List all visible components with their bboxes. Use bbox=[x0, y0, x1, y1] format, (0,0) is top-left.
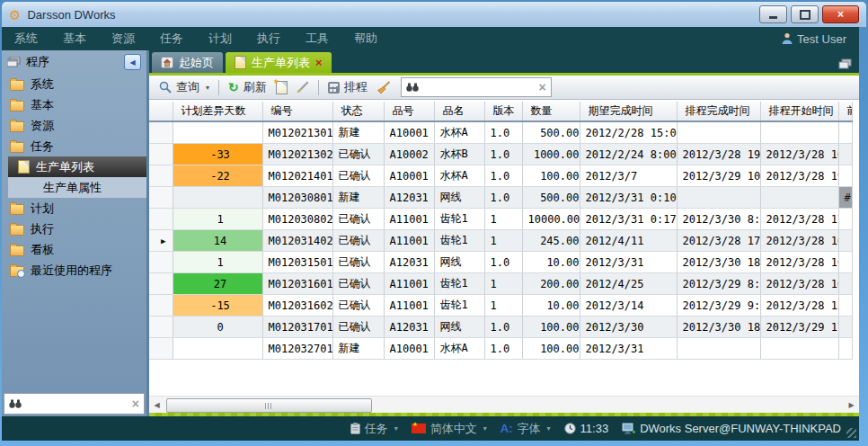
table-cell[interactable]: 新建 bbox=[332, 121, 384, 144]
refresh-button[interactable]: ↻ 刷新 bbox=[224, 77, 271, 97]
table-cell[interactable]: M012030802 bbox=[262, 209, 332, 230]
table-cell[interactable] bbox=[760, 121, 838, 144]
menu-item[interactable]: 任务 bbox=[147, 31, 196, 47]
table-cell[interactable] bbox=[838, 209, 852, 230]
scrollbar-track[interactable] bbox=[164, 397, 844, 413]
table-cell[interactable]: 10.00 bbox=[522, 252, 580, 273]
table-row[interactable]: M012032701新建A10001水杯A1.0100.002012/3/31 bbox=[149, 338, 852, 360]
table-cell[interactable]: 2012/3/28 17:13 bbox=[760, 209, 838, 230]
sidebar-item[interactable]: 最近使用的程序 bbox=[2, 260, 146, 281]
resize-grip[interactable] bbox=[846, 428, 856, 438]
table-cell[interactable]: 2012/3/7 bbox=[580, 165, 677, 187]
sidebar-item[interactable]: 看板 bbox=[2, 239, 146, 260]
sidebar-item[interactable]: 生产单属性 bbox=[8, 177, 146, 198]
sidebar-search-box[interactable]: × bbox=[4, 393, 145, 415]
sidebar-collapse-button[interactable]: ◀ bbox=[124, 54, 141, 70]
table-cell[interactable]: 水杯B bbox=[434, 144, 484, 165]
tab-start-page[interactable]: 起始页 bbox=[152, 52, 223, 73]
column-header[interactable]: 计划差异天数 bbox=[173, 102, 262, 121]
column-header[interactable]: 前 bbox=[838, 102, 852, 121]
row-selector[interactable] bbox=[149, 295, 173, 317]
table-cell[interactable]: 1.0 bbox=[484, 165, 522, 187]
task-status-button[interactable]: 任务 ▾ bbox=[350, 421, 398, 437]
table-cell[interactable]: 100.00 bbox=[522, 317, 580, 338]
table-cell[interactable]: 2012/3/29 17:46 bbox=[760, 317, 838, 338]
close-button[interactable]: × bbox=[822, 5, 859, 23]
table-cell[interactable]: M012031602 bbox=[262, 295, 332, 317]
table-cell[interactable]: 齿轮1 bbox=[434, 209, 484, 230]
table-cell[interactable]: 水杯A bbox=[434, 165, 484, 187]
menu-item[interactable]: 执行 bbox=[244, 31, 293, 47]
table-cell[interactable]: 500.00 bbox=[522, 187, 580, 209]
scroll-left-button[interactable]: ◀ bbox=[149, 397, 164, 413]
column-header[interactable]: 品名 bbox=[434, 102, 484, 121]
tab-close-icon[interactable]: × bbox=[315, 57, 323, 68]
menu-item[interactable]: 系统 bbox=[2, 31, 50, 47]
table-cell[interactable]: # bbox=[838, 187, 852, 209]
table-cell[interactable]: 2012/3/28 19:10 bbox=[677, 144, 760, 165]
table-cell[interactable] bbox=[838, 230, 852, 252]
plan-diff-cell[interactable]: 14 bbox=[173, 230, 262, 252]
table-cell[interactable]: M012030801 bbox=[262, 187, 332, 209]
table-cell[interactable]: 1.0 bbox=[484, 252, 522, 273]
table-row[interactable]: ▶14M012031402已确认A11001齿轮11245.002012/4/1… bbox=[149, 230, 852, 252]
table-cell[interactable]: 1.0 bbox=[484, 121, 522, 144]
table-cell[interactable]: 2012/3/28 10:52 bbox=[760, 252, 838, 273]
font-button[interactable]: A: 字体 ▾ bbox=[500, 421, 551, 437]
table-cell[interactable]: 2012/2/24 8:00 bbox=[580, 144, 677, 165]
table-row[interactable]: -33M012021302已确认A10002水杯B1.01000.002012/… bbox=[149, 144, 852, 165]
row-selector[interactable] bbox=[149, 121, 173, 144]
table-cell[interactable]: 水杯A bbox=[434, 338, 484, 360]
sidebar-search-input[interactable] bbox=[25, 396, 128, 412]
menu-item[interactable]: 资源 bbox=[99, 31, 147, 47]
menu-item[interactable]: 基本 bbox=[50, 31, 99, 47]
table-row[interactable]: 0M012031701已确认A12031网线1.0100.002012/3/30… bbox=[149, 317, 852, 338]
sidebar-item[interactable]: 计划 bbox=[2, 198, 146, 219]
sidebar-item[interactable]: 资源 bbox=[2, 115, 146, 136]
table-cell[interactable]: A12031 bbox=[384, 252, 434, 273]
table-cell[interactable]: 网线 bbox=[434, 317, 484, 338]
table-cell[interactable]: 已确认 bbox=[332, 252, 384, 273]
row-selector[interactable] bbox=[149, 317, 173, 338]
minimize-button[interactable] bbox=[759, 5, 787, 23]
table-cell[interactable]: 2012/3/14 bbox=[580, 295, 677, 317]
column-header[interactable]: 编号 bbox=[262, 102, 332, 121]
table-cell[interactable] bbox=[838, 121, 852, 144]
title-bar[interactable]: ⚙ Darsson DWorks × bbox=[2, 2, 866, 27]
plan-diff-cell[interactable]: 1 bbox=[173, 209, 262, 230]
sidebar-search-clear-icon[interactable]: × bbox=[132, 397, 139, 410]
table-cell[interactable] bbox=[838, 165, 852, 187]
table-row[interactable]: M012021301新建A10001水杯A1.0500.002012/2/28 … bbox=[149, 121, 852, 144]
table-cell[interactable]: M012031402 bbox=[262, 230, 332, 252]
table-cell[interactable]: 2012/3/28 10:52 bbox=[760, 230, 838, 252]
table-cell[interactable]: 10000.00 bbox=[522, 209, 580, 230]
plan-diff-cell[interactable] bbox=[173, 187, 262, 209]
query-button[interactable]: 查询 ▾ bbox=[155, 77, 214, 97]
toolbar-search-box[interactable]: × bbox=[401, 77, 552, 97]
table-cell[interactable]: 已确认 bbox=[332, 273, 384, 295]
table-cell[interactable]: M012021301 bbox=[262, 121, 332, 144]
plan-diff-cell[interactable]: -22 bbox=[173, 165, 262, 187]
toolbar-search-input[interactable] bbox=[422, 80, 536, 94]
new-button[interactable] bbox=[271, 77, 292, 97]
language-button[interactable]: 简体中文 ▾ bbox=[412, 421, 487, 437]
table-cell[interactable]: A11001 bbox=[384, 230, 434, 252]
table-cell[interactable]: 2012/3/31 bbox=[580, 252, 677, 273]
maximize-button[interactable] bbox=[791, 5, 819, 23]
table-cell[interactable]: 2012/3/30 bbox=[580, 317, 677, 338]
table-cell[interactable]: 500.00 bbox=[522, 121, 580, 144]
row-selector[interactable] bbox=[149, 252, 173, 273]
table-cell[interactable]: 2012/3/31 0:10 bbox=[580, 187, 677, 209]
table-cell[interactable]: 1 bbox=[484, 209, 522, 230]
table-cell[interactable] bbox=[677, 187, 760, 209]
table-cell[interactable]: 新建 bbox=[332, 187, 384, 209]
table-cell[interactable]: 245.00 bbox=[522, 230, 580, 252]
edit-button[interactable] bbox=[292, 77, 314, 97]
column-header[interactable]: 版本 bbox=[484, 102, 522, 121]
table-cell[interactable]: M012031701 bbox=[262, 317, 332, 338]
table-cell[interactable]: 网线 bbox=[434, 187, 484, 209]
table-cell[interactable]: 2012/4/11 bbox=[580, 230, 677, 252]
table-cell[interactable]: A12031 bbox=[384, 187, 434, 209]
table-cell[interactable]: 已确认 bbox=[332, 317, 384, 338]
table-row[interactable]: -15M012031602已确认A11001齿轮1110.002012/3/14… bbox=[149, 295, 852, 317]
